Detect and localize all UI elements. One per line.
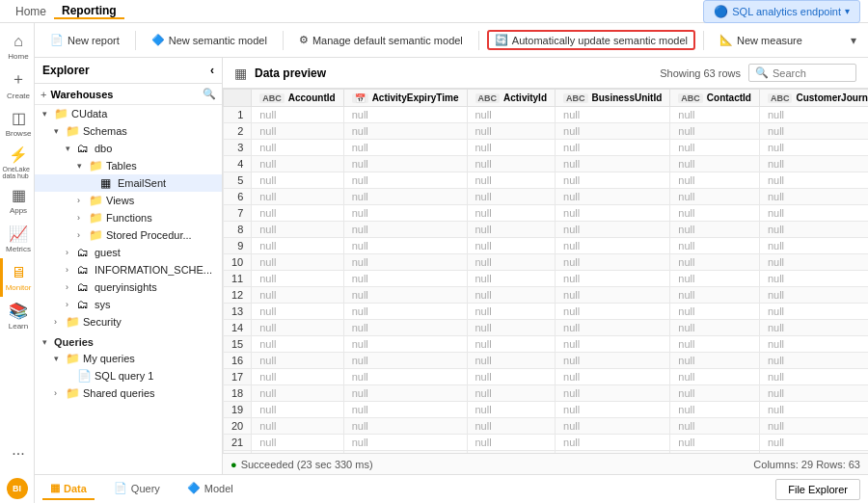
cell-null: null <box>343 238 467 254</box>
apps-icon: ▦ <box>12 186 26 204</box>
expand-arrow-guest: › <box>66 248 77 257</box>
auto-update-semantic-model-button[interactable]: 🔄 Automatically update semantic model <box>487 30 695 50</box>
cell-null: null <box>343 320 467 336</box>
title-bar: Home Reporting 🔵 SQL analytics endpoint … <box>0 0 868 23</box>
sidebar-item-onelake[interactable]: ⚡ OneLake data hub <box>0 143 35 181</box>
sidebar-item-learn[interactable]: 📚 Learn <box>0 297 35 335</box>
tree-item-information-schema[interactable]: › 🗂 INFORMATION_SCHE... <box>35 261 222 278</box>
metrics-label: Metrics <box>6 245 31 253</box>
row-number: 2 <box>224 123 252 140</box>
cell-null: null <box>467 205 556 222</box>
warehouse-row[interactable]: + Warehouses 🔍 <box>35 84 222 105</box>
cell-null: null <box>670 205 760 222</box>
search-box[interactable]: 🔍 <box>748 64 856 82</box>
sidebar-item-apps[interactable]: ▦ Apps <box>0 181 35 220</box>
tab-query[interactable]: 📄 Query <box>106 478 168 500</box>
cell-null: null <box>759 222 868 238</box>
search-warehouse-icon[interactable]: 🔍 <box>203 88 216 100</box>
schemas-icon: 📁 <box>66 124 81 138</box>
cell-null: null <box>759 320 868 336</box>
cell-null: null <box>759 304 868 320</box>
learn-icon: 📚 <box>9 302 28 320</box>
col-header-activityid[interactable]: ABCActivityId <box>467 90 556 107</box>
stored-proc-icon: 📁 <box>89 228 104 242</box>
row-number: 5 <box>224 172 252 189</box>
sql-endpoint-button[interactable]: 🔵 SQL analytics endpoint ▾ <box>703 0 860 23</box>
tree-item-views[interactable]: › 📁 Views <box>35 192 222 209</box>
sidebar-item-more[interactable]: ··· <box>0 436 35 474</box>
cell-null: null <box>252 140 343 156</box>
tree-item-my-queries[interactable]: ▾ 📁 My queries <box>35 350 222 367</box>
row-number: 6 <box>224 189 252 205</box>
sidebar-item-metrics[interactable]: 📈 Metrics <box>0 220 35 258</box>
table-row: 21nullnullnullnullnullnullnull <box>224 435 869 451</box>
sidebar-item-create[interactable]: ＋ Create <box>0 66 35 104</box>
cell-null: null <box>556 254 670 271</box>
cell-null: null <box>759 271 868 287</box>
tree-item-queryinsights[interactable]: › 🗂 queryinsights <box>35 278 222 296</box>
search-input[interactable] <box>773 67 850 79</box>
tree-item-schemas[interactable]: ▾ 📁 Schemas <box>35 122 222 140</box>
cell-null: null <box>670 107 760 123</box>
explorer-tree: ▾ 📁 CUdata ▾ 📁 Schemas <box>35 105 222 474</box>
manage-default-semantic-model-button[interactable]: ⚙ Manage default semantic model <box>291 30 471 50</box>
col-header-customerjourneyid[interactable]: ABCCustomerJourneyId <box>759 90 868 107</box>
icon-sidebar: ⌂ Home ＋ Create ◫ Browse ⚡ OneLake data … <box>0 23 35 503</box>
sidebar-item-home[interactable]: ⌂ Home <box>0 27 35 66</box>
col-header-activityexpirytime[interactable]: 📅ActivityExpiryTime <box>343 90 467 107</box>
tab-model[interactable]: 🔷 Model <box>179 478 241 500</box>
sidebar-item-browse[interactable]: ◫ Browse <box>0 104 35 143</box>
warehouses-label: Warehouses <box>50 89 113 100</box>
cell-null: null <box>556 304 670 320</box>
file-explorer-label: File Explorer <box>788 484 848 495</box>
row-number: 11 <box>224 271 252 287</box>
status-bar: ● Succeeded (23 sec 330 ms) Columns: 29 … <box>223 453 868 474</box>
tree-item-tables[interactable]: ▾ 📁 Tables <box>35 157 222 174</box>
table-row: 8nullnullnullnullnullnullnull <box>224 222 869 238</box>
tab-data[interactable]: ▦ Data <box>42 478 95 500</box>
cell-null: null <box>759 156 868 172</box>
col-header-businessunitid[interactable]: ABCBusinessUnitId <box>556 90 670 107</box>
collapse-icon[interactable]: ‹ <box>210 64 214 77</box>
tree-item-shared-queries[interactable]: › 📁 Shared queries <box>35 384 222 402</box>
browse-icon: ◫ <box>12 109 26 127</box>
tree-item-functions[interactable]: › 📁 Functions <box>35 209 222 226</box>
expand-arrow-functions: › <box>77 213 89 223</box>
row-number: 17 <box>224 369 252 385</box>
table-row: 9nullnullnullnullnullnullnull <box>224 238 869 254</box>
user-avatar[interactable]: BI <box>7 478 28 499</box>
new-measure-button[interactable]: 📐 New measure <box>712 30 810 50</box>
expand-arrow-schemas: ▾ <box>54 126 66 136</box>
sql-endpoint-label: SQL analytics endpoint <box>732 6 841 17</box>
tree-item-dbo[interactable]: ▾ 🗂 dbo <box>35 140 222 157</box>
tree-item-sql-query-1[interactable]: 📄 SQL query 1 <box>35 367 222 384</box>
cell-null: null <box>467 385 556 402</box>
tree-item-security[interactable]: › 📁 Security <box>35 313 222 331</box>
tree-item-sys[interactable]: › 🗂 sys <box>35 296 222 313</box>
title-bar-right: 🔵 SQL analytics endpoint ▾ <box>703 0 860 23</box>
tree-item-cudata[interactable]: ▾ 📁 CUdata <box>35 105 222 122</box>
row-count: Showing 63 rows <box>660 67 741 79</box>
cell-null: null <box>467 172 556 189</box>
tree-item-emailsent[interactable]: ▦ EmailSent <box>35 174 222 192</box>
new-semantic-model-button[interactable]: 🔷 New semantic model <box>144 30 275 50</box>
home-tab[interactable]: Home <box>8 5 54 18</box>
sql-query-icon: 📄 <box>77 369 93 383</box>
col-header-accountid[interactable]: ABCAccountId <box>252 90 343 107</box>
status-right: Columns: 29 Rows: 63 <box>753 459 860 470</box>
col-header-contactid[interactable]: ABCContactId <box>670 90 760 107</box>
views-icon: 📁 <box>89 194 104 207</box>
cell-null: null <box>670 254 760 271</box>
cell-null: null <box>670 304 760 320</box>
cell-null: null <box>467 123 556 140</box>
security-icon: 📁 <box>66 315 81 329</box>
reporting-tab[interactable]: Reporting <box>54 4 124 19</box>
file-explorer-button[interactable]: File Explorer <box>775 479 860 500</box>
new-report-button[interactable]: 📄 New report <box>42 30 127 50</box>
tree-item-queries-section[interactable]: ▾ Queries <box>35 334 222 350</box>
col-header-rownum <box>224 90 252 107</box>
sidebar-item-monitor[interactable]: 🖥 Monitor <box>0 258 35 297</box>
tree-item-guest[interactable]: › 🗂 guest <box>35 244 222 261</box>
toolbar-expand-button[interactable]: ▾ <box>847 30 860 51</box>
tree-item-stored-procedures[interactable]: › 📁 Stored Procedur... <box>35 226 222 244</box>
